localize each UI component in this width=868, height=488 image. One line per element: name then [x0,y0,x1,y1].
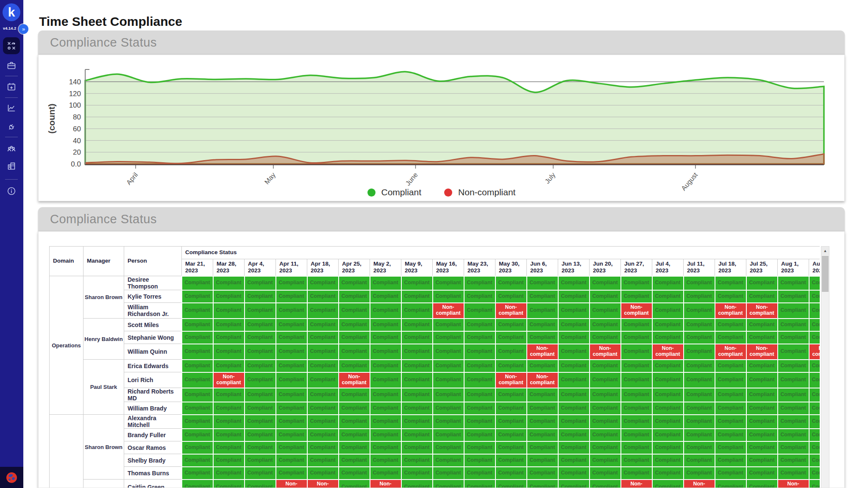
status-cell-compliant: Compliant [652,480,684,488]
status-cell-compliant: Compliant [495,415,527,429]
compliance-table: DomainManagerPersonCompliance StatusMar … [49,246,820,488]
y-tick-label: 100 [69,101,81,109]
nav-item-team[interactable] [3,141,20,158]
status-cell-compliant: Compliant [590,276,621,290]
table-panel-title: Compliance Status [50,212,157,226]
app-logo[interactable]: k [3,3,20,21]
nav-item-insights[interactable] [3,100,20,116]
status-cell-compliant: Compliant [495,429,527,441]
status-cell-compliant: Compliant [213,331,245,344]
status-cell-compliant: Compliant [307,290,339,303]
status-cell-noncompliant: Non-compliant [307,480,339,488]
status-cell-compliant: Compliant [684,360,715,372]
table-scrollbar-thumb[interactable] [822,256,829,292]
sidebar-footer [0,467,23,488]
globe-icon[interactable] [6,472,17,483]
status-cell-compliant: Compliant [276,454,307,467]
status-cell-noncompliant: Non-compliant [339,372,370,388]
status-cell-compliant: Compliant [245,276,276,290]
x-tick-label: July [543,171,556,185]
status-cell-noncompliant: Non-compliant [495,372,527,388]
status-cell-compliant: Compliant [746,467,778,480]
status-cell-compliant: Compliant [182,441,213,454]
status-cell-compliant: Compliant [778,331,809,344]
col-header-date: May 9, 2023 [401,259,433,276]
sidebar-expand-button[interactable]: » [19,24,28,34]
status-cell-noncompliant: Non-compliant [809,344,820,360]
status-cell-compliant: Compliant [213,303,245,319]
status-cell-compliant: Compliant [433,454,464,467]
person-cell: Desiree Thompson [124,276,182,290]
status-cell-compliant: Compliant [809,331,820,344]
status-cell-compliant: Compliant [182,429,213,441]
status-cell-compliant: Compliant [495,319,527,331]
y-tick-label: 20 [73,148,81,156]
status-cell-compliant: Compliant [527,319,558,331]
chart-panel-body: 0.020406080100120140AprilMayJuneJulyAugu… [38,55,845,201]
nav-item-resourcing[interactable] [3,37,20,54]
status-cell-compliant: Compliant [495,454,527,467]
status-cell-compliant: Compliant [245,388,276,402]
status-cell-compliant: Compliant [809,360,820,372]
status-cell-compliant: Compliant [590,319,621,331]
manager-cell: Henry Baldwin [83,319,124,360]
status-cell-compliant: Compliant [433,467,464,480]
status-cell-compliant: Compliant [684,276,715,290]
status-cell-compliant: Compliant [590,402,621,415]
status-cell-compliant: Compliant [339,415,370,429]
status-cell-compliant: Compliant [809,402,820,415]
building-icon [6,161,17,171]
status-cell-compliant: Compliant [307,388,339,402]
table-scrollbar-up-button[interactable]: ▲ [821,247,829,255]
status-cell-noncompliant: Non-compliant [778,480,809,488]
status-cell-compliant: Compliant [495,290,527,303]
status-cell-compliant: Compliant [464,372,495,388]
status-cell-compliant: Compliant [527,467,558,480]
status-cell-compliant: Compliant [401,454,433,467]
col-header-date: May 16, 2023 [433,259,464,276]
status-cell-compliant: Compliant [558,454,590,467]
nav-item-integrations[interactable] [3,119,20,136]
status-cell-compliant: Compliant [778,276,809,290]
chart-panel-title: Compliance Status [50,36,157,50]
status-cell-compliant: Compliant [715,480,746,488]
sidebar-divider [5,179,18,180]
status-cell-noncompliant: Non-compliant [433,303,464,319]
table-scrollbar-track[interactable]: ▲ [821,246,829,488]
status-cell-compliant: Compliant [339,402,370,415]
status-cell-compliant: Compliant [621,372,652,388]
status-cell-compliant: Compliant [684,331,715,344]
status-cell-noncompliant: Non-compliant [527,344,558,360]
status-cell-compliant: Compliant [182,276,213,290]
status-cell-compliant: Compliant [213,344,245,360]
compliant-area [85,72,824,164]
status-cell-compliant: Compliant [433,441,464,454]
status-cell-compliant: Compliant [401,467,433,480]
nav-item-projects[interactable] [3,57,20,74]
status-cell-compliant: Compliant [401,344,433,360]
nav-item-info[interactable] [3,183,20,200]
status-cell-compliant: Compliant [652,429,684,441]
status-cell-compliant: Compliant [746,360,778,372]
status-cell-compliant: Compliant [778,360,809,372]
status-cell-compliant: Compliant [339,441,370,454]
status-cell-compliant: Compliant [746,276,778,290]
status-cell-compliant: Compliant [370,276,401,290]
status-cell-compliant: Compliant [339,360,370,372]
status-cell-compliant: Compliant [778,290,809,303]
table-row: OperationsSharon BrownDesiree ThompsonCo… [50,276,820,290]
col-header-date: Mar 21, 2023 [182,259,213,276]
status-cell-noncompliant: Non-compliant [276,480,307,488]
status-cell-compliant: Compliant [370,290,401,303]
status-cell-compliant: Compliant [276,372,307,388]
status-cell-compliant: Compliant [527,429,558,441]
nav-item-schedule[interactable] [3,78,20,95]
status-cell-compliant: Compliant [464,467,495,480]
status-cell-compliant: Compliant [527,402,558,415]
status-cell-compliant: Compliant [778,415,809,429]
status-cell-compliant: Compliant [464,360,495,372]
status-cell-compliant: Compliant [276,319,307,331]
status-cell-compliant: Compliant [464,344,495,360]
status-cell-compliant: Compliant [245,331,276,344]
nav-item-organization[interactable] [3,158,20,175]
